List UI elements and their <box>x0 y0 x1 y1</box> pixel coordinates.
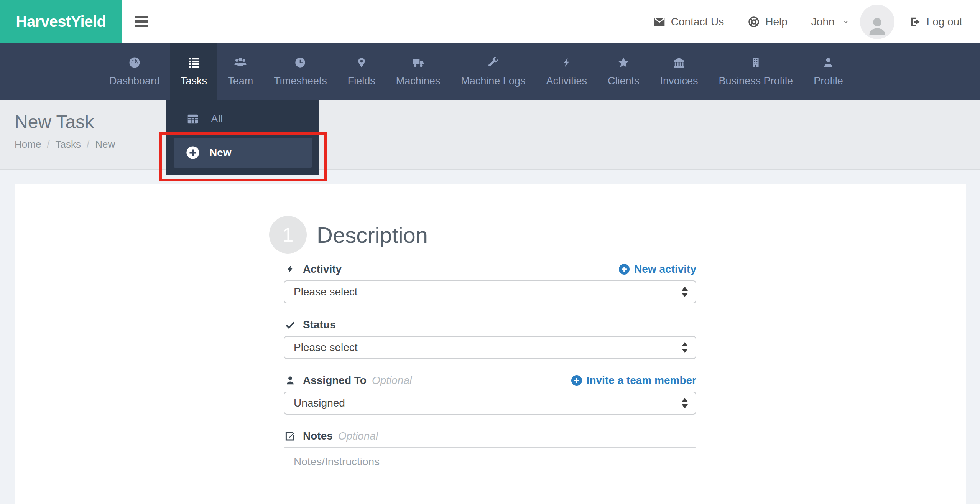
contact-us-label: Contact Us <box>671 16 724 28</box>
chevron-down-icon <box>842 18 849 25</box>
logout-label: Log out <box>927 16 962 28</box>
breadcrumb-separator: / <box>47 138 49 150</box>
nav-item-dashboard[interactable]: Dashboard <box>99 43 170 100</box>
activity-label-row: Activity New activity <box>284 263 696 276</box>
bolt-icon <box>562 56 572 69</box>
plus-circle-icon <box>618 263 630 275</box>
nav-item-machine-logs[interactable]: Machine Logs <box>451 43 536 100</box>
plus-circle-icon <box>571 374 583 387</box>
nav-item-invoices[interactable]: Invoices <box>649 43 708 100</box>
nav-label: Invoices <box>660 75 698 87</box>
notes-optional: Optional <box>338 430 378 442</box>
nav-item-tasks[interactable]: Tasks <box>170 43 217 100</box>
clock-icon <box>294 56 306 69</box>
edit-icon <box>284 430 297 442</box>
page-header: New Task Home / Tasks / New <box>0 100 980 170</box>
breadcrumb-current: New <box>95 138 115 150</box>
notes-label-row: Notes Optional <box>284 430 696 443</box>
nav-label: Business Profile <box>719 75 793 87</box>
wrench-icon <box>487 56 499 69</box>
breadcrumb-tasks[interactable]: Tasks <box>56 138 81 150</box>
brand-logo[interactable]: HarvestYield <box>0 0 122 43</box>
nav-item-activities[interactable]: Activities <box>536 43 597 100</box>
status-label: Status <box>303 319 336 331</box>
user-icon <box>822 56 834 69</box>
status-label-row: Status <box>284 318 696 331</box>
status-select[interactable]: Please select <box>284 336 696 359</box>
logout-icon <box>910 16 921 28</box>
nav-item-team[interactable]: Team <box>217 43 263 100</box>
nav-item-business-profile[interactable]: Business Profile <box>709 43 804 100</box>
dashboard-icon <box>128 56 141 69</box>
page-title: New Task <box>15 111 980 132</box>
activity-select-value: Please select <box>294 286 358 298</box>
new-task-form: 1 Description Activity New activity Plea… <box>284 211 696 504</box>
assigned-to-label: Assigned To <box>303 374 367 387</box>
hamburger-icon <box>135 16 148 18</box>
nav-item-timesheets[interactable]: Timesheets <box>263 43 337 100</box>
nav-label: Machine Logs <box>461 75 525 87</box>
breadcrumb-separator: / <box>87 138 89 150</box>
status-select-value: Please select <box>294 341 358 354</box>
brand-name: HarvestYield <box>16 13 106 30</box>
user-name: John <box>811 16 835 28</box>
nav-label: Team <box>228 75 253 87</box>
star-icon <box>617 56 630 69</box>
person-silhouette-icon <box>867 15 888 37</box>
main-navbar: Dashboard Tasks Team Timesheets Fields <box>0 43 980 100</box>
help-label: Help <box>765 16 788 28</box>
hamburger-menu-button[interactable] <box>135 16 148 27</box>
assigned-to-select[interactable]: Unasigned <box>284 392 696 415</box>
nav-item-fields[interactable]: Fields <box>337 43 386 100</box>
new-activity-link[interactable]: New activity <box>618 263 696 275</box>
nav-label: Profile <box>814 75 843 87</box>
notes-textarea[interactable] <box>284 447 696 504</box>
nav-item-machines[interactable]: Machines <box>386 43 451 100</box>
map-marker-icon <box>356 56 367 69</box>
team-icon <box>233 56 247 69</box>
contact-us-link[interactable]: Contact Us <box>653 16 724 28</box>
nav-label: Fields <box>348 75 375 87</box>
content-area: 1 Description Activity New activity Plea… <box>0 170 980 504</box>
table-icon <box>186 113 200 125</box>
list-icon <box>188 56 200 69</box>
topbar-right: Contact Us Help John Log <box>653 0 962 43</box>
help-link[interactable]: Help <box>748 16 788 28</box>
invite-team-member-link[interactable]: Invite a team member <box>571 374 696 387</box>
dropdown-all-label: All <box>211 113 223 125</box>
nav-label: Activities <box>546 75 587 87</box>
assigned-to-optional: Optional <box>372 374 412 387</box>
nav-item-clients[interactable]: Clients <box>597 43 650 100</box>
select-arrows-icon <box>682 342 688 353</box>
nav-label: Machines <box>396 75 441 87</box>
top-header: HarvestYield Contact Us Help John <box>0 0 980 43</box>
nav-label: Timesheets <box>274 75 327 87</box>
dropdown-item-new[interactable]: New <box>174 138 312 168</box>
activity-label: Activity <box>303 263 342 275</box>
tasks-dropdown-menu: All New <box>166 100 319 175</box>
assigned-to-label-row: Assigned To Optional Invite a team membe… <box>284 374 696 387</box>
avatar[interactable] <box>860 5 894 39</box>
user-menu[interactable]: John <box>811 16 849 28</box>
breadcrumb-home[interactable]: Home <box>15 138 41 150</box>
assigned-to-select-value: Unasigned <box>294 397 345 409</box>
bolt-icon <box>284 264 297 275</box>
nav-item-profile[interactable]: Profile <box>803 43 853 100</box>
nav-label: Tasks <box>181 75 207 87</box>
user-icon <box>284 375 297 386</box>
step-title: Description <box>317 222 428 248</box>
notes-label: Notes <box>303 430 333 442</box>
dropdown-item-all[interactable]: All <box>166 100 319 138</box>
activity-select[interactable]: Please select <box>284 280 696 303</box>
truck-icon <box>411 56 425 69</box>
select-arrows-icon <box>682 287 688 297</box>
building-icon <box>751 56 761 69</box>
form-card: 1 Description Activity New activity Plea… <box>15 184 966 504</box>
bank-icon <box>673 56 685 69</box>
step-number-badge: 1 <box>269 216 307 254</box>
dropdown-new-label: New <box>209 147 232 159</box>
life-ring-icon <box>748 16 760 28</box>
logout-link[interactable]: Log out <box>910 16 962 28</box>
select-arrows-icon <box>682 398 688 408</box>
nav-label: Dashboard <box>109 75 160 87</box>
